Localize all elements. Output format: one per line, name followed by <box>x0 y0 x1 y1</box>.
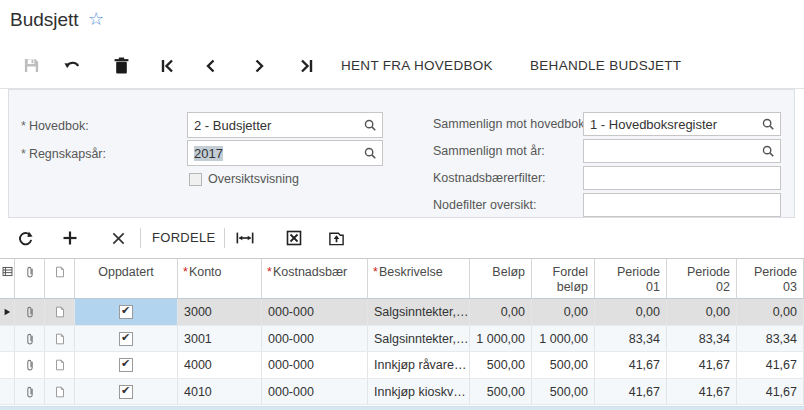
search-icon[interactable] <box>761 144 775 158</box>
add-row-button[interactable] <box>57 218 83 258</box>
konto-cell[interactable]: 4000 <box>178 352 262 378</box>
oppdatert-cell[interactable] <box>75 326 178 351</box>
kostnadsbarerfilter-field[interactable] <box>583 166 781 190</box>
oppdatert-cell[interactable] <box>75 379 178 404</box>
table-row[interactable]: 4000 000-000 Innkjøp råvare… 500,00 500,… <box>0 352 804 379</box>
column-header-periode-01[interactable]: Periode01 <box>595 259 667 298</box>
grid-settings-header[interactable] <box>0 259 15 298</box>
files-cell[interactable] <box>15 379 45 404</box>
delete-row-icon <box>111 231 126 246</box>
notes-column-header[interactable] <box>45 259 75 298</box>
kostnadsbaer-cell[interactable]: 000-000 <box>262 379 368 404</box>
hent-fra-hovedbok-button[interactable]: HENT FRA HOVEDBOK <box>341 44 493 87</box>
column-header-belop[interactable]: Beløp <box>470 259 532 298</box>
kostnadsbarerfilter-label: Kostnadsbærerfilter: <box>433 171 546 185</box>
column-header-fordel-belop[interactable]: Fordelbeløp <box>532 259 595 298</box>
konto-cell[interactable]: 3001 <box>178 326 262 351</box>
updated-checkbox[interactable] <box>119 305 133 319</box>
fordel-belop-cell[interactable]: 0,00 <box>532 299 595 325</box>
oppdatert-cell[interactable] <box>75 299 178 325</box>
row-selector-cell[interactable] <box>0 299 15 325</box>
search-icon[interactable] <box>363 146 377 160</box>
beskrivelse-cell[interactable]: Salgsinntekter,… <box>368 326 470 351</box>
hovedbok-field[interactable]: 2 - Budsjetter <box>187 112 383 138</box>
favorite-star-icon[interactable]: ☆ <box>88 8 104 30</box>
kostnadsbaer-cell[interactable]: 000-000 <box>262 299 368 325</box>
periode-01-cell[interactable]: 41,67 <box>595 379 667 404</box>
files-column-header[interactable] <box>15 259 45 298</box>
belop-cell[interactable]: 1 000,00 <box>470 326 532 351</box>
refresh-button[interactable] <box>12 218 38 258</box>
row-selector-cell[interactable] <box>0 352 15 378</box>
periode-03-cell[interactable]: 83,34 <box>737 326 804 351</box>
kostnadsbaer-cell[interactable]: 000-000 <box>262 326 368 351</box>
first-record-button[interactable] <box>154 44 182 87</box>
sammenlign-hovedbok-field[interactable]: 1 - Hovedboksregister <box>583 112 781 136</box>
delete-row-button[interactable] <box>105 218 131 258</box>
column-header-oppdatert[interactable]: Oppdatert <box>75 259 178 298</box>
column-header-periode-03[interactable]: Periode03 <box>737 259 804 298</box>
row-selector-cell[interactable] <box>0 379 15 404</box>
regnskapsar-field[interactable]: 2017 <box>187 140 383 166</box>
updated-checkbox[interactable] <box>119 358 133 372</box>
konto-cell[interactable]: 3000 <box>178 299 262 325</box>
sammenlign-ar-field[interactable] <box>583 139 781 163</box>
periode-01-cell[interactable]: 83,34 <box>595 326 667 351</box>
last-record-icon <box>298 58 314 74</box>
periode-03-cell[interactable]: 41,67 <box>737 352 804 378</box>
periode-02-cell[interactable]: 41,67 <box>667 352 737 378</box>
column-header-kostnadsbaer[interactable]: *Kostnadsbær <box>262 259 368 298</box>
oversiktsvisning-checkbox-row[interactable]: Oversiktsvisning <box>189 172 299 186</box>
search-icon[interactable] <box>761 117 775 131</box>
table-row[interactable]: 3001 000-000 Salgsinntekter,… 1 000,00 1… <box>0 326 804 352</box>
konto-cell[interactable]: 4010 <box>178 379 262 404</box>
fordel-belop-cell[interactable]: 1 000,00 <box>532 326 595 351</box>
table-row[interactable]: 3000 000-000 Salgsinntekter,… 0,00 0,00 … <box>0 299 804 326</box>
periode-02-cell[interactable]: 41,67 <box>667 379 737 404</box>
notes-cell[interactable] <box>45 299 75 325</box>
undo-button[interactable] <box>58 44 86 87</box>
table-row[interactable]: 4010 000-000 Innkjøp kioskv… 500,00 500,… <box>0 379 804 405</box>
beskrivelse-cell[interactable]: Salgsinntekter,… <box>368 299 470 325</box>
fit-width-button[interactable] <box>232 218 258 258</box>
periode-02-cell[interactable]: 83,34 <box>667 326 737 351</box>
fordele-button[interactable]: FORDELE <box>152 218 216 258</box>
notes-cell[interactable] <box>45 379 75 404</box>
nodefilter-field[interactable] <box>583 193 781 217</box>
periode-03-cell[interactable]: 41,67 <box>737 379 804 404</box>
export-excel-button[interactable] <box>281 218 307 258</box>
belop-cell[interactable]: 0,00 <box>470 299 532 325</box>
last-record-button[interactable] <box>292 44 320 87</box>
updated-checkbox[interactable] <box>119 332 133 346</box>
files-cell[interactable] <box>15 299 45 325</box>
previous-record-button[interactable] <box>196 44 224 87</box>
periode-01-cell[interactable]: 0,00 <box>595 299 667 325</box>
search-icon[interactable] <box>363 118 377 132</box>
oppdatert-cell[interactable] <box>75 352 178 378</box>
column-header-konto[interactable]: *Konto <box>178 259 262 298</box>
notes-cell[interactable] <box>45 326 75 351</box>
fordel-belop-cell[interactable]: 500,00 <box>532 352 595 378</box>
column-header-beskrivelse[interactable]: *Beskrivelse <box>368 259 470 298</box>
kostnadsbaer-cell[interactable]: 000-000 <box>262 352 368 378</box>
belop-cell[interactable]: 500,00 <box>470 352 532 378</box>
delete-button[interactable] <box>107 44 135 87</box>
fordel-belop-cell[interactable]: 500,00 <box>532 379 595 404</box>
upload-file-button[interactable] <box>323 218 349 258</box>
files-cell[interactable] <box>15 352 45 378</box>
oversiktsvisning-checkbox[interactable] <box>189 173 202 186</box>
notes-cell[interactable] <box>45 352 75 378</box>
row-selector-cell[interactable] <box>0 326 15 351</box>
save-button[interactable] <box>17 44 45 87</box>
column-header-periode-02[interactable]: Periode02 <box>667 259 737 298</box>
updated-checkbox[interactable] <box>119 385 133 399</box>
periode-03-cell[interactable]: 0,00 <box>737 299 804 325</box>
next-record-button[interactable] <box>246 44 274 87</box>
behandle-budsjett-button[interactable]: BEHANDLE BUDSJETT <box>530 44 681 87</box>
periode-01-cell[interactable]: 41,67 <box>595 352 667 378</box>
beskrivelse-cell[interactable]: Innkjøp kioskv… <box>368 379 470 404</box>
files-cell[interactable] <box>15 326 45 351</box>
beskrivelse-cell[interactable]: Innkjøp råvare… <box>368 352 470 378</box>
belop-cell[interactable]: 500,00 <box>470 379 532 404</box>
periode-02-cell[interactable]: 0,00 <box>667 299 737 325</box>
